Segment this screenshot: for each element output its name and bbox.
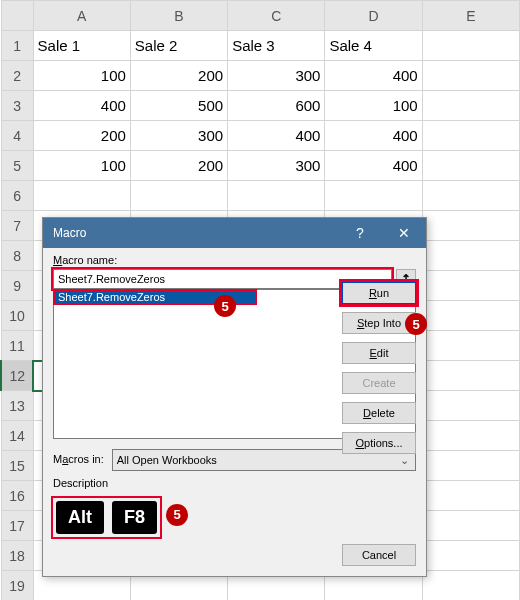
cell-C1[interactable]: Sale 3	[228, 31, 325, 61]
row-header-4[interactable]: 4	[1, 121, 33, 151]
shortcut-annotation: Alt F8	[53, 498, 160, 537]
cell-A2[interactable]: 100	[33, 61, 130, 91]
cell-E1[interactable]	[422, 31, 519, 61]
cell[interactable]	[422, 541, 519, 571]
row-header-16[interactable]: 16	[1, 481, 33, 511]
row-header-2[interactable]: 2	[1, 61, 33, 91]
row-header-1[interactable]: 1	[1, 31, 33, 61]
cell[interactable]	[422, 451, 519, 481]
cell-E4[interactable]	[422, 121, 519, 151]
cell-A4[interactable]: 200	[33, 121, 130, 151]
cancel-button[interactable]: Cancel	[342, 544, 416, 566]
macros-in-value: All Open Workbooks	[117, 454, 217, 466]
select-all-corner[interactable]	[1, 1, 33, 31]
cell[interactable]	[228, 181, 325, 211]
create-button: Create	[342, 372, 416, 394]
macro-name-label: MMacro name:acro name:	[53, 254, 416, 266]
key-f8: F8	[112, 501, 157, 534]
cell-B3[interactable]: 500	[130, 91, 227, 121]
row-header-17[interactable]: 17	[1, 511, 33, 541]
col-header-D[interactable]: D	[325, 1, 422, 31]
cell[interactable]	[33, 181, 130, 211]
cell-B4[interactable]: 300	[130, 121, 227, 151]
cell-A5[interactable]: 100	[33, 151, 130, 181]
col-header-E[interactable]: E	[422, 1, 519, 31]
step-into-button[interactable]: Step Into 5	[342, 312, 416, 334]
cell[interactable]	[422, 571, 519, 601]
row-header-11[interactable]: 11	[1, 331, 33, 361]
row-header-7[interactable]: 7	[1, 211, 33, 241]
annotation-badge: 5	[405, 313, 427, 335]
cell[interactable]	[422, 271, 519, 301]
cell[interactable]	[422, 481, 519, 511]
row-header-12[interactable]: 12	[1, 361, 33, 391]
cell[interactable]	[130, 181, 227, 211]
row-header-8[interactable]: 8	[1, 241, 33, 271]
cell[interactable]	[422, 301, 519, 331]
cell-B1[interactable]: Sale 2	[130, 31, 227, 61]
cell[interactable]	[422, 331, 519, 361]
cell[interactable]	[422, 391, 519, 421]
row-header-9[interactable]: 9	[1, 271, 33, 301]
cell[interactable]	[422, 511, 519, 541]
row-header-3[interactable]: 3	[1, 91, 33, 121]
cell[interactable]	[422, 241, 519, 271]
row-header-13[interactable]: 13	[1, 391, 33, 421]
row-header-5[interactable]: 5	[1, 151, 33, 181]
row-header-10[interactable]: 10	[1, 301, 33, 331]
help-icon[interactable]: ?	[338, 218, 382, 248]
macros-in-label: Macros in:	[53, 453, 104, 465]
cell-A3[interactable]: 400	[33, 91, 130, 121]
col-header-C[interactable]: C	[228, 1, 325, 31]
key-alt: Alt	[56, 501, 104, 534]
macro-dialog: Macro ? ✕ MMacro name:acro name: Sheet7.…	[42, 217, 427, 577]
cell[interactable]	[325, 181, 422, 211]
cell-D4[interactable]: 400	[325, 121, 422, 151]
annotation-badge: 5	[166, 504, 188, 526]
cell-C2[interactable]: 300	[228, 61, 325, 91]
chevron-down-icon: ⌄	[397, 454, 411, 467]
description-label: Description	[53, 477, 416, 489]
cell[interactable]	[422, 181, 519, 211]
cell[interactable]	[422, 421, 519, 451]
cell-D2[interactable]: 400	[325, 61, 422, 91]
cell-A1[interactable]: Sale 1	[33, 31, 130, 61]
cell-E2[interactable]	[422, 61, 519, 91]
col-header-A[interactable]: A	[33, 1, 130, 31]
cell-E3[interactable]	[422, 91, 519, 121]
options-button[interactable]: Options...	[342, 432, 416, 454]
cell[interactable]	[422, 211, 519, 241]
cell-C5[interactable]: 300	[228, 151, 325, 181]
cell-D5[interactable]: 400	[325, 151, 422, 181]
delete-button[interactable]: Delete	[342, 402, 416, 424]
dialog-title: Macro	[53, 226, 86, 240]
run-button[interactable]: Run	[342, 282, 416, 304]
cell-D3[interactable]: 100	[325, 91, 422, 121]
col-header-B[interactable]: B	[130, 1, 227, 31]
row-header-6[interactable]: 6	[1, 181, 33, 211]
row-header-18[interactable]: 18	[1, 541, 33, 571]
annotation-badge: 5	[214, 295, 236, 317]
row-header-14[interactable]: 14	[1, 421, 33, 451]
cell-C4[interactable]: 400	[228, 121, 325, 151]
row-header-15[interactable]: 15	[1, 451, 33, 481]
close-icon[interactable]: ✕	[382, 218, 426, 248]
dialog-titlebar[interactable]: Macro ? ✕	[43, 218, 426, 248]
cell-C3[interactable]: 600	[228, 91, 325, 121]
cell-B2[interactable]: 200	[130, 61, 227, 91]
cell-D1[interactable]: Sale 4	[325, 31, 422, 61]
row-header-19[interactable]: 19	[1, 571, 33, 601]
cell-B5[interactable]: 200	[130, 151, 227, 181]
cell-E5[interactable]	[422, 151, 519, 181]
cell[interactable]	[422, 361, 519, 391]
edit-button[interactable]: Edit	[342, 342, 416, 364]
